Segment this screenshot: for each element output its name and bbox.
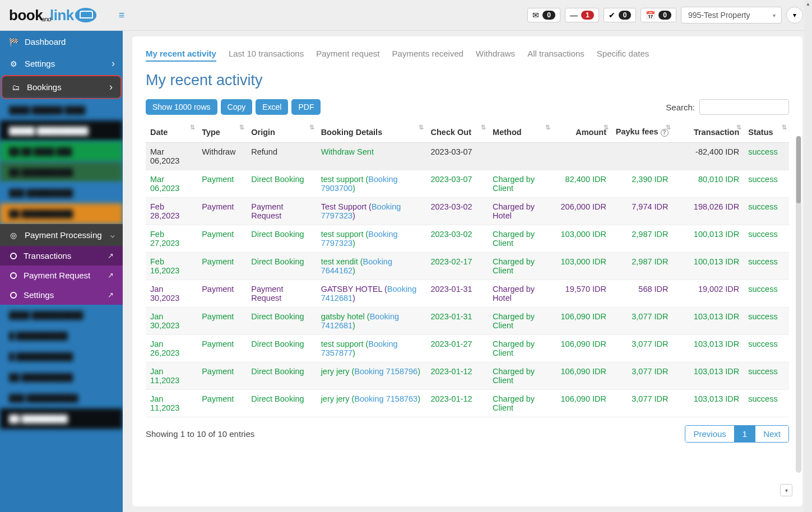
sidebar-item-blurred[interactable]: ██ ██████████: [0, 203, 123, 224]
col-type[interactable]: Type⇅: [197, 122, 247, 143]
calendar-badge-button[interactable]: 📅 0: [641, 8, 676, 22]
tab-dates[interactable]: Specific dates: [597, 49, 649, 62]
table-cell: 103,000 IDR: [553, 253, 611, 280]
col-checkout[interactable]: Check Out⇅: [426, 122, 488, 143]
tab-payrec[interactable]: Payments received: [392, 49, 464, 62]
table-row[interactable]: Jan 11,2023PaymentDirect Bookingjery jer…: [146, 362, 789, 390]
table-cell: Direct Booking: [247, 253, 316, 280]
tab-payreq[interactable]: Payment request: [316, 49, 379, 62]
sidebar-item-blurred[interactable]: █ ██████████: [0, 325, 123, 346]
table-cell: Charged by Client: [488, 390, 553, 417]
col-status[interactable]: Status⇅: [744, 122, 789, 143]
col-origin[interactable]: Origin⇅: [247, 122, 316, 143]
sidebar-sub-label: Settings: [24, 290, 54, 300]
sidebar-item-blurred[interactable]: ██ ██ ████ ███: [0, 141, 123, 162]
menu-toggle-icon[interactable]: ≡: [119, 10, 125, 21]
sidebar-item-blurred[interactable]: █████ ██████████: [0, 120, 123, 141]
user-menu-button[interactable]: ▾: [786, 7, 803, 24]
table-row[interactable]: Mar 06,2023WithdrawRefundWithdraw Sent20…: [146, 143, 789, 170]
col-amount[interactable]: Amount⇅: [553, 122, 611, 143]
table-row[interactable]: Feb 27,2023PaymentDirect Bookingtest sup…: [146, 225, 789, 253]
table-cell: [488, 143, 553, 170]
table-row[interactable]: Jan 30,2023PaymentDirect Bookinggatsby h…: [146, 308, 789, 335]
tab-withdraws[interactable]: Withdraws: [476, 49, 515, 62]
table-row[interactable]: Jan 26,2023PaymentDirect Bookingtest sup…: [146, 335, 789, 362]
booking-link[interactable]: Booking 7158763: [354, 394, 417, 403]
excel-button[interactable]: Excel: [256, 99, 288, 115]
chevron-down-icon: ▾: [785, 487, 788, 494]
table-cell: success: [744, 308, 789, 335]
sidebar-item-blurred[interactable]: ████ ██████ ████: [0, 100, 123, 120]
corner-dropdown-button[interactable]: ▾: [780, 484, 792, 496]
booking-link[interactable]: Booking 7158796: [354, 367, 417, 376]
table-cell: Payment Request: [247, 280, 316, 308]
table-cell: 106,090 IDR: [553, 335, 611, 362]
tab-last10[interactable]: Last 10 transactions: [229, 49, 304, 62]
sidebar-item-dashboard[interactable]: 🏁 Dashboard: [0, 31, 123, 53]
col-date[interactable]: Date⇅: [146, 122, 197, 143]
table-cell: Payment: [197, 335, 247, 362]
sort-icon: ⇅: [190, 125, 195, 129]
window-scrollbar[interactable]: ▲: [804, 0, 812, 512]
table-row[interactable]: Feb 28,2023PaymentPayment RequestTest Su…: [146, 198, 789, 225]
table-cell: success: [744, 253, 789, 280]
table-cell: 3,077 IDR: [611, 308, 673, 335]
check-badge-button[interactable]: ✔ 0: [604, 8, 637, 22]
property-select[interactable]: 995-Test Property: [681, 7, 782, 24]
table-cell: Charged by Client: [488, 308, 553, 335]
table-cell: 2023-01-12: [426, 390, 488, 417]
pager-page-button[interactable]: 1: [735, 426, 755, 442]
sidebar-item-blurred[interactable]: ██ ██████████: [0, 367, 123, 388]
table-cell: Charged by Client: [488, 335, 553, 362]
tabs: My recent activity Last 10 transactions …: [146, 49, 789, 62]
sidebar-item-blurred[interactable]: ███ ██████████: [0, 388, 123, 408]
table-cell: Direct Booking: [247, 170, 316, 198]
pager-prev-button[interactable]: Previous: [685, 426, 734, 442]
sidebar-item-payment-processing[interactable]: ◎ Payment Processing: [0, 224, 123, 246]
sidebar-sub-payment-request[interactable]: Payment Request ↗: [0, 266, 123, 285]
sidebar-item-blurred[interactable]: ████ ██████████: [0, 305, 123, 325]
external-link-icon: ↗: [108, 271, 114, 280]
table-cell: 103,013 IDR: [673, 362, 744, 390]
sidebar-item-blurred[interactable]: ██ █████████: [0, 408, 123, 429]
search-input[interactable]: [699, 99, 789, 115]
check-icon: ✔: [609, 11, 615, 20]
copy-button[interactable]: Copy: [221, 99, 253, 115]
inbox-badge-button[interactable]: ✉ 0: [527, 8, 560, 22]
sidebar-sub-transactions[interactable]: Transactions ↗: [0, 246, 123, 266]
table-row[interactable]: Jan 30,2023PaymentPayment RequestGATSBY …: [146, 280, 789, 308]
caret-down-icon: ▾: [793, 11, 796, 19]
table-row[interactable]: Mar 06,2023PaymentDirect Bookingtest sup…: [146, 170, 789, 198]
table-cell: Payment: [197, 198, 247, 225]
sidebar-sub-settings[interactable]: Settings ↗: [0, 285, 123, 305]
sidebar-item-blurred[interactable]: ███ █████████: [0, 183, 123, 203]
col-method[interactable]: Method⇅: [488, 122, 553, 143]
col-transaction[interactable]: Transaction⇅: [673, 122, 744, 143]
table-cell: 103,013 IDR: [673, 390, 744, 417]
scrollbar[interactable]: [796, 136, 801, 473]
sidebar-item-settings[interactable]: ⚙ Settings: [0, 53, 123, 75]
table-cell: Charged by Hotel: [488, 280, 553, 308]
minus-badge-button[interactable]: — 1: [565, 8, 599, 22]
sort-icon: ⇅: [736, 125, 741, 129]
sidebar-item-blurred[interactable]: ██ ██████████: [0, 162, 123, 183]
show-1000-button[interactable]: Show 1000 rows: [146, 99, 217, 115]
col-fees[interactable]: Payku fees ?⇅: [611, 122, 673, 143]
table-cell: Charged by Hotel: [488, 198, 553, 225]
table-cell: Withdraw Sent: [317, 143, 426, 170]
sidebar-label: Settings: [25, 59, 55, 68]
sidebar-item-bookings[interactable]: 🗂 Bookings: [1, 75, 122, 99]
table-cell: 19,002 IDR: [673, 280, 744, 308]
target-icon: ◎: [9, 231, 18, 240]
pager-next-button[interactable]: Next: [755, 426, 788, 442]
table-cell: 3,077 IDR: [611, 362, 673, 390]
sidebar-item-blurred[interactable]: █ ███████████: [0, 346, 123, 367]
tab-recent[interactable]: My recent activity: [146, 49, 216, 62]
table-row[interactable]: Jan 11,2023PaymentDirect Bookingjery jer…: [146, 390, 789, 417]
tab-alltrans[interactable]: All transactions: [527, 49, 584, 62]
table-container[interactable]: Date⇅ Type⇅ Origin⇅ Booking Details⇅ Che…: [146, 122, 789, 457]
col-details[interactable]: Booking Details⇅: [317, 122, 426, 143]
toolbar: Show 1000 rows Copy Excel PDF Search:: [146, 99, 789, 115]
pdf-button[interactable]: PDF: [291, 99, 321, 115]
table-row[interactable]: Feb 16,2023PaymentDirect Bookingtest xen…: [146, 253, 789, 280]
